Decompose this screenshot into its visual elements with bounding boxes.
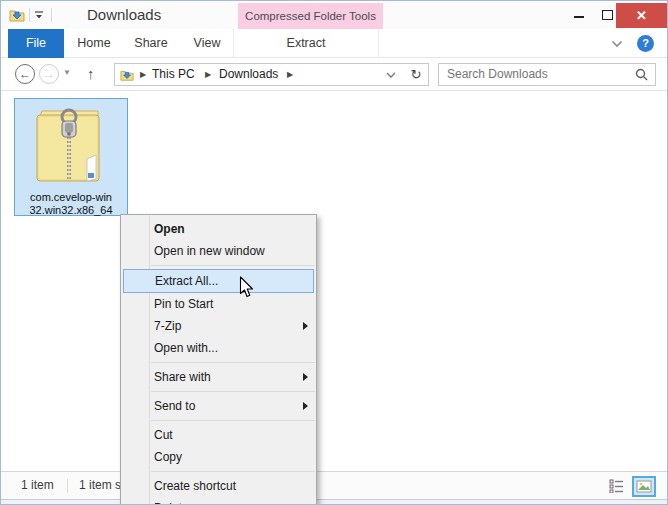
navigation-bar: ← → ▼ ↑ ▶ This PC ▶ Downloads ▶ ↻ Search…: [1, 58, 667, 91]
menu-item-label: 7-Zip: [154, 319, 181, 333]
history-dropdown-icon[interactable]: ▼: [63, 68, 71, 77]
back-icon: ←: [19, 67, 31, 81]
thumbnail-view-button[interactable]: [632, 476, 656, 497]
menu-item-open[interactable]: Open: [121, 218, 316, 240]
menu-item-send-to[interactable]: Send to: [121, 395, 316, 417]
address-dropdown-chevron-icon[interactable]: [386, 72, 396, 78]
thumbnail-view-icon: [634, 478, 654, 495]
forward-icon: →: [43, 67, 55, 81]
menu-item-share-with[interactable]: Share with: [121, 366, 316, 388]
search-placeholder: Search Downloads: [447, 64, 548, 85]
menu-item-pin-to-start[interactable]: Pin to Start: [121, 293, 316, 315]
search-box[interactable]: Search Downloads: [438, 63, 656, 86]
file-name-label: com.cevelop-win 32.win32.x86_64: [15, 191, 127, 217]
file-list-area[interactable]: com.cevelop-win 32.win32.x86_64 Open Ope…: [2, 91, 666, 469]
help-button[interactable]: ?: [637, 35, 654, 52]
context-menu: Open Open in new window Extract All... P…: [120, 214, 317, 505]
search-icon[interactable]: [635, 68, 648, 81]
breadcrumb-chevron-icon[interactable]: ▶: [287, 64, 293, 85]
forward-button[interactable]: →: [39, 64, 59, 84]
title-bar: Downloads Compressed Folder Tools ✕: [1, 1, 667, 29]
submenu-arrow-icon: [303, 402, 308, 410]
downloads-folder-icon: [9, 7, 25, 23]
breadcrumb-chevron-icon[interactable]: ▶: [205, 64, 211, 85]
tab-share[interactable]: Share: [127, 29, 175, 58]
minimize-icon: [574, 16, 584, 18]
breadcrumb-folder-icon: [120, 68, 134, 82]
back-button[interactable]: ←: [15, 64, 35, 84]
ribbon-collapse-chevron-icon[interactable]: [611, 40, 623, 48]
window-title: Downloads: [87, 1, 161, 29]
menu-item-copy[interactable]: Copy: [121, 446, 316, 468]
explorer-window: Downloads Compressed Folder Tools ✕ File…: [0, 0, 668, 505]
menu-separator: [151, 391, 315, 392]
ribbon-tab-row: File Home Share View Extract ?: [1, 29, 667, 58]
file-name-line1: com.cevelop-win: [15, 191, 127, 204]
menu-item-delete[interactable]: Delete: [121, 497, 316, 505]
close-button[interactable]: ✕: [616, 3, 667, 28]
refresh-icon: ↻: [411, 67, 422, 82]
menu-item-label: Share with: [154, 370, 211, 384]
titlebar-separator: [51, 8, 52, 22]
menu-separator: [151, 420, 315, 421]
status-separator: [67, 479, 68, 493]
selected-file-tile[interactable]: com.cevelop-win 32.win32.x86_64: [14, 98, 128, 216]
menu-item-7-zip[interactable]: 7-Zip: [121, 315, 316, 337]
menu-item-label: Send to: [154, 399, 195, 413]
details-view-button[interactable]: [609, 479, 625, 493]
contextual-tab-group-label[interactable]: Compressed Folder Tools: [238, 3, 383, 29]
mouse-cursor: [239, 276, 254, 299]
status-bar: 1 item 1 item selected 118 MB: [1, 471, 667, 499]
titlebar-separator: [29, 8, 30, 22]
menu-separator: [151, 265, 315, 266]
tab-file[interactable]: File: [8, 29, 64, 58]
breadcrumb-downloads[interactable]: Downloads: [219, 64, 278, 85]
submenu-arrow-icon: [303, 322, 308, 330]
menu-item-cut[interactable]: Cut: [121, 424, 316, 446]
breadcrumb-chevron-icon[interactable]: ▶: [140, 64, 146, 85]
quick-access-toolbar-dropdown-icon[interactable]: [33, 9, 45, 21]
tab-view[interactable]: View: [183, 29, 231, 58]
menu-item-create-shortcut[interactable]: Create shortcut: [121, 475, 316, 497]
help-icon: ?: [642, 37, 649, 49]
up-button[interactable]: ↑: [87, 65, 95, 82]
tab-home[interactable]: Home: [71, 29, 117, 58]
tab-extract[interactable]: Extract: [233, 29, 379, 58]
breadcrumb-this-pc[interactable]: This PC: [152, 64, 195, 85]
menu-item-extract-all[interactable]: Extract All...: [123, 269, 314, 293]
minimize-button[interactable]: [567, 3, 591, 28]
menu-item-open-with[interactable]: Open with...: [121, 337, 316, 359]
close-icon: ✕: [636, 8, 647, 23]
refresh-button[interactable]: ↻: [404, 63, 429, 86]
status-item-count: 1 item: [21, 472, 54, 499]
up-icon: ↑: [87, 65, 95, 82]
file-name-line2: 32.win32.x86_64: [15, 204, 127, 217]
maximize-icon: [602, 10, 613, 20]
menu-item-open-in-new-window[interactable]: Open in new window: [121, 240, 316, 262]
window-bottom-border: [1, 499, 667, 505]
menu-separator: [151, 471, 315, 472]
menu-separator: [151, 362, 315, 363]
zip-folder-icon: [32, 103, 110, 191]
submenu-arrow-icon: [303, 373, 308, 381]
address-bar[interactable]: ▶ This PC ▶ Downloads ▶: [114, 63, 405, 86]
